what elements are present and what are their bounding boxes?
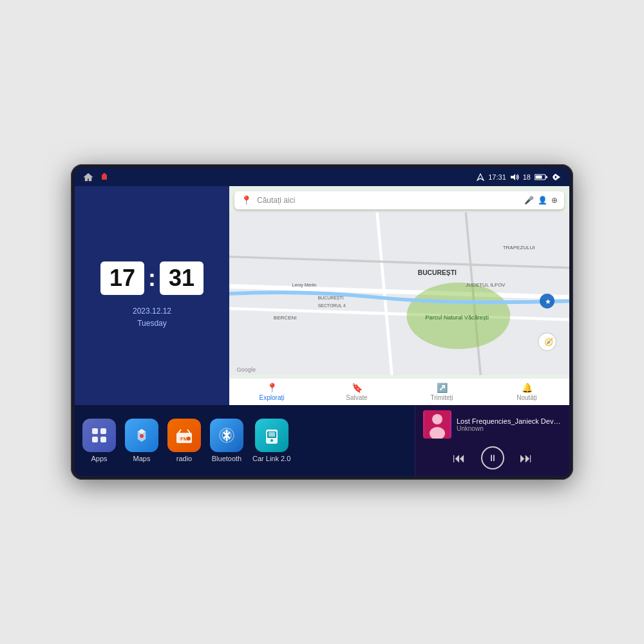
svg-rect-31	[100, 437, 106, 442]
home-icon[interactable]	[82, 172, 94, 182]
app-item-bluetooth[interactable]: Bluetooth	[210, 419, 243, 462]
device-shell: 17:31 18	[71, 164, 573, 480]
app-item-carlink[interactable]: Car Link 2.0	[252, 419, 290, 462]
gps-icon	[477, 173, 484, 181]
map-tab-explore-label: Explorați	[260, 394, 285, 401]
maps-svg-icon	[133, 426, 151, 444]
svg-text:Leroy Merlin: Leroy Merlin	[292, 283, 317, 288]
svg-line-39	[187, 430, 190, 433]
svg-point-37	[187, 437, 191, 440]
svg-marker-4	[511, 174, 515, 180]
map-pin-icon: 📍	[241, 195, 252, 205]
news-icon: 🔔	[522, 383, 533, 393]
mic-icon[interactable]: 🎤	[524, 196, 534, 205]
share-icon: ↗️	[437, 383, 448, 393]
app-icon-bluetooth	[210, 419, 243, 452]
music-title: Lost Frequencies_Janieck Devy-...	[457, 417, 562, 425]
svg-point-32	[140, 434, 144, 438]
map-tab-news[interactable]: 🔔 Noutăți	[484, 383, 569, 401]
map-widget[interactable]: 📍 Căutați aici 🎤 👤 ⊕	[229, 186, 569, 405]
svg-text:★: ★	[545, 298, 551, 305]
status-time: 17:31	[488, 173, 506, 181]
music-player: Lost Frequencies_Janieck Devy-... Unknow…	[415, 405, 569, 476]
app-label-radio: radio	[176, 455, 192, 462]
app-icon-apps	[82, 419, 116, 452]
screen: 17:31 18	[75, 168, 569, 476]
svg-rect-30	[92, 437, 98, 442]
music-artist: Unknown	[457, 425, 562, 432]
svg-rect-28	[92, 428, 98, 434]
map-tab-share-label: Trimiteți	[430, 394, 453, 401]
svg-text:Google: Google	[236, 366, 256, 373]
map-tab-news-label: Noutăți	[516, 394, 537, 401]
bluetooth-svg-icon	[218, 426, 236, 444]
app-label-carlink: Car Link 2.0	[252, 455, 290, 462]
app-item-apps[interactable]: Apps	[82, 419, 116, 462]
map-tab-saved-label: Salvate	[346, 394, 367, 401]
carlink-svg-icon	[263, 426, 281, 444]
svg-rect-29	[100, 428, 106, 434]
top-section: 17 : 31 2023.12.12 Tuesday 📍 Căutați aic…	[75, 186, 569, 405]
layers-icon[interactable]: ⊕	[551, 196, 558, 205]
svg-text:BUCUREȘTI: BUCUREȘTI	[418, 269, 457, 276]
account-icon[interactable]: 👤	[538, 196, 547, 205]
svg-text:BUCUREȘTI: BUCUREȘTI	[318, 296, 344, 301]
radio-svg-icon: FM	[175, 426, 194, 444]
status-left	[82, 172, 109, 182]
prev-button[interactable]: ⏮	[453, 451, 466, 466]
volume-icon	[510, 173, 519, 181]
main-content: 17 : 31 2023.12.12 Tuesday 📍 Căutați aic…	[75, 186, 569, 476]
clock-hours: 17	[100, 261, 144, 295]
svg-marker-3	[477, 174, 484, 180]
back-icon[interactable]	[551, 173, 562, 182]
play-pause-button[interactable]: ⏸	[481, 446, 504, 469]
app-item-radio[interactable]: FM radio	[167, 419, 201, 462]
map-tab-explore[interactable]: 📍 Explorați	[229, 383, 314, 401]
svg-point-47	[432, 414, 442, 424]
clock-minutes: 31	[160, 261, 204, 295]
apps-area: Apps Maps	[75, 405, 415, 476]
map-tab-share[interactable]: ↗️ Trimiteți	[399, 383, 484, 401]
svg-rect-6	[546, 176, 548, 178]
map-body: BUCUREȘTI JUDEȚUL ILFOV BERCENI TRAPEZUL…	[229, 209, 569, 378]
app-label-maps: Maps	[133, 455, 151, 462]
clock-date: 2023.12.12 Tuesday	[133, 305, 171, 330]
clock-display: 17 : 31	[100, 261, 204, 295]
apps-svg-icon	[90, 426, 108, 444]
map-search-icons: 🎤 👤 ⊕	[524, 196, 558, 205]
saved-icon: 🔖	[352, 383, 363, 393]
svg-point-44	[270, 439, 273, 442]
app-label-bluetooth: Bluetooth	[212, 455, 242, 462]
svg-text:BERCENI: BERCENI	[274, 315, 297, 321]
svg-text:JUDEȚUL ILFOV: JUDEȚUL ILFOV	[466, 282, 506, 288]
status-signal: 18	[523, 173, 531, 181]
music-text: Lost Frequencies_Janieck Devy-... Unknow…	[457, 417, 562, 432]
explore-icon: 📍	[267, 383, 278, 393]
navigation-icon[interactable]	[99, 172, 109, 182]
svg-text:TRAPEZULUI: TRAPEZULUI	[503, 245, 535, 251]
map-bottom-bar: 📍 Explorați 🔖 Salvate ↗️ Trimiteți �	[229, 378, 569, 405]
clock-widget: 17 : 31 2023.12.12 Tuesday	[75, 186, 229, 405]
battery-icon	[535, 174, 547, 180]
svg-rect-2	[102, 178, 106, 180]
music-controls: ⏮ ⏸ ⏭	[423, 446, 562, 469]
svg-text:SECTORUL 4: SECTORUL 4	[318, 303, 346, 308]
map-search-text[interactable]: Căutați aici	[257, 196, 519, 205]
map-search-bar[interactable]: 📍 Căutați aici 🎤 👤 ⊕	[234, 191, 564, 209]
music-info: Lost Frequencies_Janieck Devy-... Unknow…	[423, 410, 562, 439]
svg-rect-7	[536, 176, 542, 179]
app-icon-carlink	[255, 419, 289, 452]
svg-rect-1	[103, 173, 106, 175]
map-tab-saved[interactable]: 🔖 Salvate	[314, 383, 399, 401]
clock-colon: :	[148, 265, 156, 292]
status-right: 17:31 18	[477, 173, 562, 182]
svg-line-38	[178, 430, 181, 433]
app-item-maps[interactable]: Maps	[125, 419, 158, 462]
next-button[interactable]: ⏭	[520, 451, 533, 466]
svg-rect-45	[269, 432, 275, 437]
album-art	[423, 410, 451, 439]
app-label-apps: Apps	[91, 455, 107, 462]
map-svg: BUCUREȘTI JUDEȚUL ILFOV BERCENI TRAPEZUL…	[229, 209, 569, 378]
bottom-section: Apps Maps	[75, 405, 569, 476]
svg-text:Parcul Natural Văcărești: Parcul Natural Văcărești	[425, 314, 489, 321]
